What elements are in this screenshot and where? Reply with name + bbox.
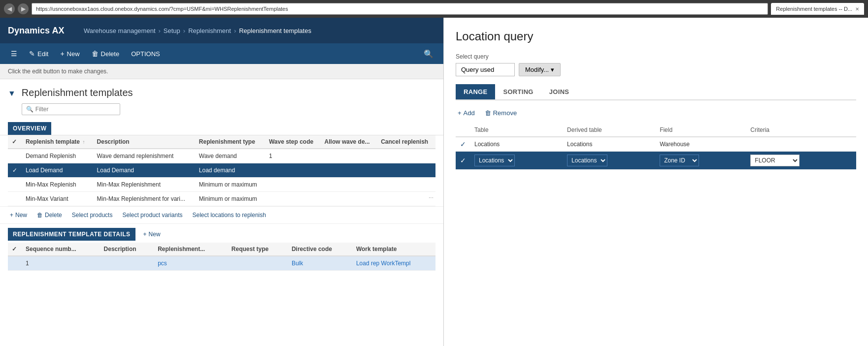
grid-delete-button[interactable]: 🗑 Delete bbox=[35, 211, 64, 220]
col-template: Replenish template ↑ bbox=[22, 135, 93, 149]
drow-description bbox=[100, 256, 154, 271]
query-used-dropdown[interactable]: Query used bbox=[456, 63, 515, 76]
criteria-select[interactable]: FLOOR bbox=[750, 155, 800, 166]
dcol-check: ✓ bbox=[8, 243, 22, 256]
query-row[interactable]: ✓ Locations Locations Zone bbox=[456, 152, 856, 170]
back-button[interactable]: ◀ bbox=[4, 3, 15, 14]
row-wave-step bbox=[265, 192, 321, 206]
drow-work-template: Load rep WorkTempl bbox=[352, 256, 435, 271]
drow-check bbox=[8, 256, 22, 271]
add-label: Add bbox=[464, 109, 475, 117]
select-variants-label: Select product variants bbox=[122, 212, 182, 219]
breadcrumb-sep-1: › bbox=[159, 27, 161, 34]
row-cancel bbox=[377, 163, 435, 178]
filter-search-icon: 🔍 bbox=[26, 106, 33, 113]
details-new-label: New bbox=[149, 231, 161, 238]
filter-box[interactable]: 🔍 bbox=[22, 103, 120, 115]
delete-button[interactable]: 🗑 Delete bbox=[87, 47, 125, 61]
add-icon: + bbox=[458, 109, 462, 117]
details-section: REPLENISHMENT TEMPLATE DETAILS + New ✓ S… bbox=[0, 224, 443, 346]
breadcrumb-item-2[interactable]: Setup bbox=[164, 27, 180, 34]
derived-table-select[interactable]: Locations bbox=[567, 155, 607, 166]
qrow-table-selected: Locations bbox=[470, 152, 563, 170]
range-toolbar: + Add 🗑 Remove bbox=[456, 108, 856, 118]
ax-toolbar: ☰ ✎ Edit + New 🗑 Delete OPTIONS 🔍 bbox=[0, 43, 443, 64]
breadcrumb-sep-2: › bbox=[183, 27, 185, 34]
row-check bbox=[8, 178, 22, 192]
new-button[interactable]: + New bbox=[55, 47, 84, 61]
filter-input[interactable] bbox=[35, 106, 116, 113]
table-select[interactable]: Locations bbox=[474, 155, 515, 166]
query-table: Table Derived table Field Criteria ✓ Loc… bbox=[456, 124, 856, 170]
menu-icon: ☰ bbox=[11, 50, 17, 58]
check-icon: ✓ bbox=[460, 140, 466, 148]
qrow-check: ✓ bbox=[456, 137, 470, 152]
modify-button[interactable]: Modify... ▾ bbox=[519, 63, 561, 76]
remove-icon: 🗑 bbox=[485, 109, 491, 117]
edit-button[interactable]: ✎ Edit bbox=[24, 47, 53, 61]
table-row[interactable]: Min-Max Variant Min-Max Replenishment fo… bbox=[8, 192, 435, 206]
qcol-derived: Derived table bbox=[563, 124, 656, 137]
col-allow-wave: Allow wave de... bbox=[321, 135, 377, 149]
qcol-check bbox=[456, 124, 470, 137]
breadcrumb-item-4: Replenishment templates bbox=[239, 27, 311, 34]
details-row[interactable]: 1 pcs Bulk Load rep WorkTempl bbox=[8, 256, 435, 271]
table-row[interactable]: Min-Max Replenish Min-Max Replenishment … bbox=[8, 178, 435, 192]
remove-range-button[interactable]: 🗑 Remove bbox=[483, 108, 519, 118]
select-products-button[interactable]: Select products bbox=[70, 211, 115, 220]
qcol-criteria: Criteria bbox=[746, 124, 856, 137]
row-template: Min-Max Replenish bbox=[22, 178, 93, 192]
breadcrumb-item-1[interactable]: Warehouse management bbox=[84, 27, 156, 34]
select-locations-button[interactable]: Select locations to replenish bbox=[191, 211, 268, 220]
table-header-row: ✓ Replenish template ↑ Description Reple… bbox=[8, 135, 435, 149]
page-header-area: ▼ Replenishment templates 🔍 OVERVIEW bbox=[0, 79, 443, 135]
grid-new-button[interactable]: + New bbox=[8, 211, 29, 220]
edit-icon: ✎ bbox=[29, 50, 35, 58]
qrow-table: Locations bbox=[470, 137, 563, 152]
breadcrumb-item-3[interactable]: Replenishment bbox=[188, 27, 231, 34]
details-new-button[interactable]: + New bbox=[141, 230, 163, 239]
tab-label: Replenishment templates -- D... bbox=[776, 6, 852, 12]
field-select[interactable]: Zone ID bbox=[660, 155, 699, 166]
bottom-toolbar: + New 🗑 Delete Select products Select pr… bbox=[0, 206, 443, 224]
browser-tab[interactable]: Replenishment templates -- D... ✕ bbox=[771, 3, 864, 15]
options-button[interactable]: OPTIONS bbox=[126, 47, 165, 61]
row-check: ✓ bbox=[8, 163, 22, 178]
dcol-sequence: Sequence numb... bbox=[22, 243, 100, 256]
grid-delete-label: Delete bbox=[45, 212, 62, 219]
remove-label: Remove bbox=[493, 109, 517, 117]
overview-header: OVERVIEW bbox=[8, 122, 51, 135]
filter-icon[interactable]: ▼ bbox=[8, 89, 16, 98]
ax-panel: Dynamics AX Warehouse management › Setup… bbox=[0, 18, 443, 346]
menu-button[interactable]: ☰ bbox=[6, 47, 22, 61]
table-row[interactable]: Demand Replenish Wave demand replenishme… bbox=[8, 149, 435, 163]
qrow-derived: Locations bbox=[563, 137, 656, 152]
address-bar: https://usnconeboxax1aos.cloud.onebox.dy… bbox=[32, 3, 768, 15]
tab-sorting[interactable]: SORTING bbox=[495, 84, 541, 99]
col-check: ✓ bbox=[8, 135, 22, 149]
tab-close-icon[interactable]: ✕ bbox=[855, 6, 859, 12]
forward-button[interactable]: ▶ bbox=[18, 3, 29, 14]
qrow-criteria-selected[interactable]: FLOOR bbox=[746, 152, 856, 170]
tab-joins[interactable]: JOINS bbox=[541, 84, 577, 99]
row-description: Wave demand replenishment bbox=[93, 149, 195, 163]
row-allow-wave bbox=[321, 149, 377, 163]
breadcrumb-sep-3: › bbox=[234, 27, 236, 34]
qrow-check-selected: ✓ bbox=[456, 152, 470, 170]
grid-new-icon: + bbox=[10, 212, 13, 219]
browser-chrome: ◀ ▶ https://usnconeboxax1aos.cloud.onebo… bbox=[0, 0, 868, 18]
query-row[interactable]: ✓ Locations Locations Warehouse bbox=[456, 137, 856, 152]
tab-range[interactable]: RANGE bbox=[456, 84, 495, 99]
row-template: Min-Max Variant bbox=[22, 192, 93, 206]
row-type: Wave demand bbox=[195, 149, 265, 163]
row-type: Load demand bbox=[195, 163, 265, 178]
row-description: Min-Max Replenishment bbox=[93, 178, 195, 192]
toolbar-search-button[interactable]: 🔍 bbox=[420, 47, 437, 61]
add-range-button[interactable]: + Add bbox=[456, 108, 477, 118]
ellipsis-icon[interactable]: ··· bbox=[429, 194, 434, 201]
modify-label: Modify... bbox=[525, 66, 549, 73]
row-description: Min-Max Replenishment for vari... bbox=[93, 192, 195, 206]
grid-new-label: New bbox=[15, 212, 27, 219]
table-row[interactable]: ✓ Load Demand Load Demand Load demand bbox=[8, 163, 435, 178]
select-variants-button[interactable]: Select product variants bbox=[120, 211, 184, 220]
